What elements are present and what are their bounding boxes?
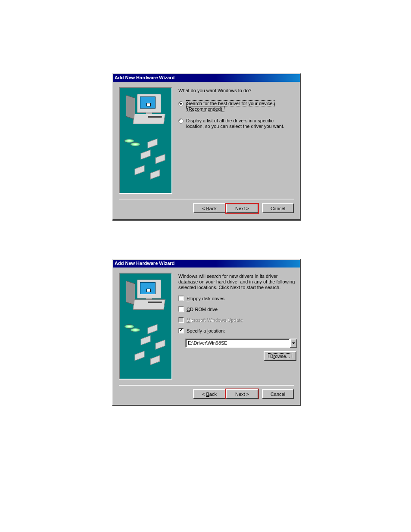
button-row: < Back Next > Cancel [113, 386, 300, 405]
wizard-graphic [119, 273, 172, 380]
cancel-label: Cancel [271, 392, 285, 397]
next-button[interactable]: Next > [226, 389, 258, 399]
back-button[interactable]: < Back [193, 203, 226, 213]
prompt-text: What do you want Windows to do? [178, 88, 294, 93]
titlebar: Add New Hardware Wizard [113, 260, 300, 268]
checkbox-icon [178, 296, 184, 301]
check-windows-update: Microsoft Windows Update [178, 317, 297, 323]
dialog-title: Add New Hardware Wizard [115, 261, 174, 266]
titlebar: Add New Hardware Wizard [113, 74, 300, 82]
location-input[interactable]: E:\Driver\Win98SE [185, 339, 290, 348]
intro-text: Windows will search for new drivers in i… [178, 274, 297, 290]
dropdown-button[interactable] [290, 339, 297, 348]
browse-button[interactable]: Browse... [264, 351, 296, 361]
radio-display-list[interactable]: Display a list of all the drivers in a s… [178, 118, 294, 129]
next-label: Next > [235, 392, 249, 397]
hardware-wizard-dialog-1: Add New Hardware Wizard What do you want… [112, 73, 301, 220]
check-specify-location[interactable]: Specify a location: [178, 328, 297, 333]
check-cdrom[interactable]: CD-ROM drive [178, 306, 297, 312]
checkbox-icon [178, 328, 184, 333]
radio-label-line1: Display a list of all the drivers in a s… [186, 118, 274, 123]
radio-search-best[interactable]: Search for the best driver for your devi… [178, 101, 294, 112]
check-label: Microsoft Windows Update [187, 317, 243, 323]
chevron-down-icon [292, 342, 295, 344]
dialog-title: Add New Hardware Wizard [115, 75, 174, 80]
radio-icon [178, 101, 184, 106]
check-floppy[interactable]: Floppy disk drives [178, 296, 297, 301]
check-label: CD-ROM drive [187, 307, 218, 312]
location-combo[interactable]: E:\Driver\Win98SE [185, 339, 297, 348]
back-button[interactable]: < Back [193, 389, 226, 399]
next-label: Next > [235, 206, 249, 211]
cancel-button[interactable]: Cancel [262, 203, 294, 213]
radio-label-line2: (Recommended). [186, 106, 224, 112]
cancel-label: Cancel [271, 206, 285, 211]
next-button[interactable]: Next > [226, 203, 258, 213]
button-row: < Back Next > Cancel [113, 200, 300, 219]
radio-label-line2: location, so you can select the driver y… [186, 124, 284, 129]
radio-icon [178, 118, 184, 124]
checkbox-icon [178, 317, 184, 323]
hardware-wizard-dialog-2: Add New Hardware Wizard Windows will sea… [112, 259, 301, 406]
wizard-graphic [119, 87, 172, 194]
checkbox-icon [178, 306, 184, 312]
cancel-button[interactable]: Cancel [262, 389, 294, 399]
check-label: Specify a location: [187, 328, 225, 333]
check-label: Floppy disk drives [187, 296, 224, 301]
radio-label-line1: Search for the best driver for your devi… [186, 100, 275, 106]
svg-marker-0 [292, 342, 295, 344]
